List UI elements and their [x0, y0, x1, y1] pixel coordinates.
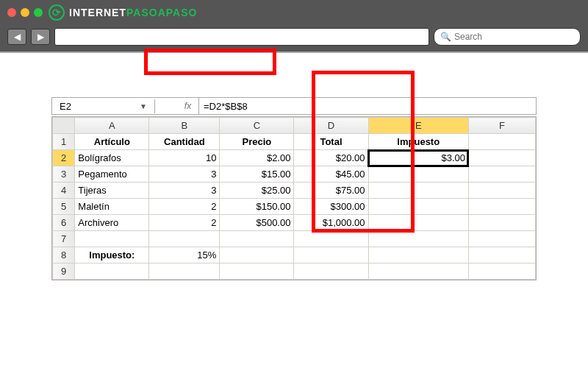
forward-button[interactable]: ▶	[31, 29, 50, 45]
cell[interactable]	[468, 199, 535, 215]
cell[interactable]	[468, 247, 535, 263]
cell[interactable]: $500.00	[220, 215, 294, 231]
name-box-value: E2	[60, 101, 71, 112]
cell[interactable]: $1,000.00	[294, 215, 368, 231]
row-header[interactable]: 1	[53, 134, 75, 150]
cell[interactable]: Maletín	[75, 199, 149, 215]
row-header[interactable]: 2	[53, 150, 75, 166]
cell[interactable]	[294, 247, 368, 263]
search-box[interactable]: 🔍	[434, 28, 581, 46]
row-header[interactable]: 5	[53, 199, 75, 215]
cell[interactable]	[468, 215, 535, 231]
grid[interactable]: A B C D E F 1 Artículo Cantidad Precio T…	[52, 117, 536, 280]
cell[interactable]	[468, 150, 535, 166]
row-header[interactable]: 8	[53, 247, 75, 263]
col-header-e[interactable]: E	[368, 118, 468, 134]
cell[interactable]	[149, 231, 220, 247]
cell[interactable]: $150.00	[220, 199, 294, 215]
search-input[interactable]	[454, 32, 574, 42]
cell[interactable]: Artículo	[75, 134, 149, 150]
col-header-d[interactable]: D	[294, 118, 368, 134]
cell[interactable]: $15.00	[220, 166, 294, 183]
row-header[interactable]: 4	[53, 183, 75, 199]
cell[interactable]: 15%	[149, 247, 220, 263]
cell[interactable]: 2	[149, 199, 220, 215]
page-content: E2 ▼ fx A B C D E F 1 Artículo Cantida	[0, 53, 588, 280]
formula-bar: E2 ▼ fx	[51, 97, 537, 115]
cell[interactable]: $75.00	[294, 183, 368, 199]
window-controls	[7, 8, 43, 17]
table-row: 5 Maletín 2 $150.00 $300.00	[53, 199, 536, 215]
table-row: 7	[53, 231, 536, 247]
url-bar[interactable]	[54, 28, 429, 46]
row-header[interactable]: 7	[53, 231, 75, 247]
maximize-icon[interactable]	[34, 8, 43, 17]
cell[interactable]	[468, 231, 535, 247]
close-icon[interactable]	[7, 8, 16, 17]
table-row: 9	[53, 263, 536, 280]
cell[interactable]: 10	[149, 150, 220, 166]
col-header-f[interactable]: F	[468, 118, 535, 134]
cell[interactable]	[220, 247, 294, 263]
active-cell[interactable]: $3.00	[368, 150, 468, 166]
cell[interactable]	[468, 263, 535, 280]
logo-text: INTERNETPASOAPASO	[69, 7, 197, 18]
cell[interactable]	[368, 263, 468, 280]
site-logo: ⟳ INTERNETPASOAPASO	[49, 4, 197, 21]
cell[interactable]: Total	[294, 134, 368, 150]
spreadsheet: A B C D E F 1 Artículo Cantidad Precio T…	[51, 116, 537, 280]
back-button[interactable]: ◀	[7, 29, 26, 45]
cell[interactable]	[294, 263, 368, 280]
cell[interactable]: $300.00	[294, 199, 368, 215]
col-header-b[interactable]: B	[149, 118, 220, 134]
search-icon: 🔍	[440, 32, 451, 42]
cell[interactable]	[368, 166, 468, 183]
cell[interactable]: $20.00	[294, 150, 368, 166]
browser-toolbar: ◀ ▶ 🔍	[0, 25, 588, 53]
name-box[interactable]: E2 ▼	[52, 99, 155, 113]
cell[interactable]: Archivero	[75, 215, 149, 231]
cell[interactable]: $45.00	[294, 166, 368, 183]
cell[interactable]	[368, 183, 468, 199]
col-header-a[interactable]: A	[75, 118, 149, 134]
col-header-c[interactable]: C	[220, 118, 294, 134]
cell[interactable]: 3	[149, 166, 220, 183]
minimize-icon[interactable]	[21, 8, 29, 17]
row-header[interactable]: 6	[53, 215, 75, 231]
cell[interactable]	[368, 215, 468, 231]
cell[interactable]: $2.00	[220, 150, 294, 166]
table-row: 4 Tijeras 3 $25.00 $75.00	[53, 183, 536, 199]
table-row: 1 Artículo Cantidad Precio Total Impuest…	[53, 134, 536, 150]
cell[interactable]	[368, 199, 468, 215]
select-all-corner[interactable]	[53, 118, 75, 134]
cell[interactable]	[468, 134, 535, 150]
cell[interactable]	[294, 231, 368, 247]
cell[interactable]	[75, 263, 149, 280]
cell[interactable]: Bolígrafos	[75, 150, 149, 166]
cell[interactable]	[368, 231, 468, 247]
cell[interactable]	[468, 166, 535, 183]
table-row: 8 Impuesto: 15%	[53, 247, 536, 263]
cell[interactable]	[220, 263, 294, 280]
cell[interactable]	[149, 263, 220, 280]
row-header[interactable]: 9	[53, 263, 75, 280]
cell[interactable]: 3	[149, 183, 220, 199]
cell[interactable]: 2	[149, 215, 220, 231]
table-row: 2 Bolígrafos 10 $2.00 $20.00 $3.00	[53, 150, 536, 166]
cell[interactable]	[468, 183, 535, 199]
cell[interactable]	[368, 247, 468, 263]
fx-icon[interactable]: fx	[177, 98, 199, 114]
cell[interactable]: Impuesto	[368, 134, 468, 150]
cell[interactable]: Precio	[220, 134, 294, 150]
cell[interactable]	[75, 231, 149, 247]
cell[interactable]	[220, 231, 294, 247]
chevron-down-icon[interactable]: ▼	[140, 102, 147, 110]
highlight-formula	[144, 49, 276, 75]
cell[interactable]: $25.00	[220, 183, 294, 199]
cell[interactable]: Pegamento	[75, 166, 149, 183]
cell[interactable]: Cantidad	[149, 134, 220, 150]
row-header[interactable]: 3	[53, 166, 75, 183]
formula-input[interactable]	[199, 99, 536, 113]
cell[interactable]: Impuesto:	[75, 247, 149, 263]
cell[interactable]: Tijeras	[75, 183, 149, 199]
